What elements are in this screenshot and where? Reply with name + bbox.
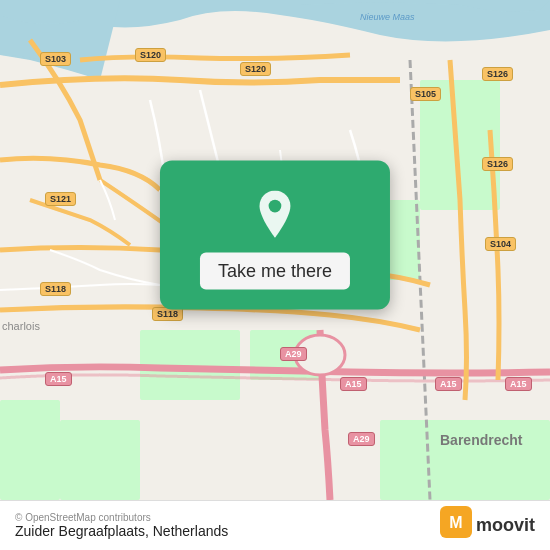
road-label-a15-2: A15 bbox=[340, 377, 367, 391]
svg-rect-8 bbox=[60, 420, 140, 500]
road-label-a15-4: A15 bbox=[505, 377, 532, 391]
moovit-logo: M moovit bbox=[440, 506, 535, 545]
svg-text:Barendrecht: Barendrecht bbox=[440, 432, 523, 448]
take-me-there-button[interactable]: Take me there bbox=[200, 253, 350, 290]
moovit-icon-svg: M bbox=[440, 506, 472, 538]
road-label-a15-1: A15 bbox=[45, 372, 72, 386]
map-popup: Take me there bbox=[160, 161, 390, 310]
road-label-s126-2: S126 bbox=[482, 157, 513, 171]
road-label-s118-1: S118 bbox=[40, 282, 71, 296]
road-label-s121: S121 bbox=[45, 192, 76, 206]
svg-text:Nieuwe Maas: Nieuwe Maas bbox=[360, 12, 415, 22]
svg-text:M: M bbox=[449, 514, 462, 531]
svg-point-13 bbox=[269, 200, 282, 213]
road-label-s120-2: S120 bbox=[240, 62, 271, 76]
moovit-text: moovit bbox=[476, 515, 535, 536]
map-pin-icon bbox=[250, 191, 300, 241]
copyright-text: © OpenStreetMap contributors bbox=[15, 512, 228, 523]
footer-left: © OpenStreetMap contributors Zuider Begr… bbox=[15, 512, 228, 539]
road-label-s105: S105 bbox=[410, 87, 441, 101]
road-label-s104: S104 bbox=[485, 237, 516, 251]
location-name: Zuider Begraafplaats, Netherlands bbox=[15, 523, 228, 539]
road-label-s120-1: S120 bbox=[135, 48, 166, 62]
road-label-a29-1: A29 bbox=[280, 347, 307, 361]
map-container: Nieuwe Maas bbox=[0, 0, 550, 500]
footer: © OpenStreetMap contributors Zuider Begr… bbox=[0, 500, 550, 550]
svg-rect-7 bbox=[0, 400, 60, 500]
road-label-s126-1: S126 bbox=[482, 67, 513, 81]
road-label-a15-3: A15 bbox=[435, 377, 462, 391]
moovit-icon: M bbox=[440, 506, 472, 545]
svg-text:charlois: charlois bbox=[2, 320, 40, 332]
road-label-a29-2: A29 bbox=[348, 432, 375, 446]
road-label-s103-1: S103 bbox=[40, 52, 71, 66]
